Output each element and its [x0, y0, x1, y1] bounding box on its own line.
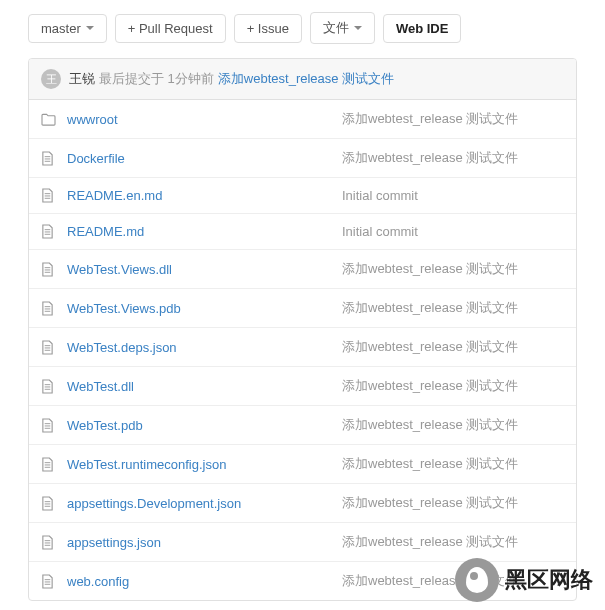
branch-selector[interactable]: master: [28, 14, 107, 43]
file-commit-msg: 添加webtest_release 测试文件: [342, 260, 564, 278]
folder-icon: [41, 113, 57, 126]
webide-button[interactable]: Web IDE: [383, 14, 462, 43]
file-row: README.en.mdInitial commit: [29, 178, 576, 214]
file-icon: [41, 496, 57, 511]
file-commit-msg: 添加webtest_release 测试文件: [342, 494, 564, 512]
file-row: WebTest.dll添加webtest_release 测试文件: [29, 367, 576, 406]
file-name-link[interactable]: WebTest.dll: [67, 379, 342, 394]
toolbar: master + Pull Request + Issue 文件 Web IDE: [0, 0, 605, 58]
commit-header: 王 王锐 最后提交于 1分钟前 添加webtest_release 测试文件: [29, 59, 576, 100]
file-row: Dockerfile添加webtest_release 测试文件: [29, 139, 576, 178]
file-list: wwwroot添加webtest_release 测试文件Dockerfile添…: [29, 100, 576, 600]
commit-author: 王锐: [69, 70, 95, 88]
file-row: appsettings.json添加webtest_release 测试文件: [29, 523, 576, 562]
file-name-link[interactable]: appsettings.Development.json: [67, 496, 342, 511]
file-commit-msg: 添加webtest_release 测试文件: [342, 299, 564, 317]
file-icon: [41, 151, 57, 166]
file-icon: [41, 301, 57, 316]
file-icon: [41, 457, 57, 472]
file-name-link[interactable]: WebTest.Views.dll: [67, 262, 342, 277]
file-icon: [41, 574, 57, 589]
file-commit-msg: Initial commit: [342, 224, 564, 239]
file-row: WebTest.deps.json添加webtest_release 测试文件: [29, 328, 576, 367]
file-commit-msg: 添加webtest_release 测试文件: [342, 455, 564, 473]
file-commit-msg: 添加webtest_release 测试文件: [342, 377, 564, 395]
file-row: appsettings.Development.json添加webtest_re…: [29, 484, 576, 523]
file-commit-msg: 添加webtest_release 测试文件: [342, 338, 564, 356]
avatar: 王: [41, 69, 61, 89]
file-commit-msg: 添加webtest_release 测试文件: [342, 533, 564, 551]
commit-message-link[interactable]: 添加webtest_release 测试文件: [218, 70, 394, 88]
file-icon: [41, 340, 57, 355]
file-row: WebTest.runtimeconfig.json添加webtest_rele…: [29, 445, 576, 484]
file-panel: 王 王锐 最后提交于 1分钟前 添加webtest_release 测试文件 w…: [28, 58, 577, 601]
commit-meta: 最后提交于 1分钟前: [99, 70, 214, 88]
file-icon: [41, 379, 57, 394]
file-commit-msg: Initial commit: [342, 188, 564, 203]
file-name-link[interactable]: README.en.md: [67, 188, 342, 203]
file-row: WebTest.pdb添加webtest_release 测试文件: [29, 406, 576, 445]
file-icon: [41, 224, 57, 239]
chevron-down-icon: [86, 26, 94, 30]
file-icon: [41, 262, 57, 277]
file-name-link[interactable]: WebTest.runtimeconfig.json: [67, 457, 342, 472]
file-commit-msg: 添加webtest_release 测试文件: [342, 110, 564, 128]
chevron-down-icon: [354, 26, 362, 30]
issue-button[interactable]: + Issue: [234, 14, 302, 43]
pull-request-button[interactable]: + Pull Request: [115, 14, 226, 43]
file-name-link[interactable]: WebTest.Views.pdb: [67, 301, 342, 316]
branch-label: master: [41, 21, 81, 36]
files-dropdown[interactable]: 文件: [310, 12, 375, 44]
file-name-link[interactable]: README.md: [67, 224, 342, 239]
file-icon: [41, 535, 57, 550]
file-row: WebTest.Views.dll添加webtest_release 测试文件: [29, 250, 576, 289]
file-name-link[interactable]: Dockerfile: [67, 151, 342, 166]
file-name-link[interactable]: WebTest.pdb: [67, 418, 342, 433]
file-name-link[interactable]: web.config: [67, 574, 342, 589]
file-name-link[interactable]: appsettings.json: [67, 535, 342, 550]
file-icon: [41, 188, 57, 203]
file-commit-msg: 添加webtest_release 测试文件: [342, 149, 564, 167]
file-name-link[interactable]: WebTest.deps.json: [67, 340, 342, 355]
files-label: 文件: [323, 19, 349, 37]
file-row: WebTest.Views.pdb添加webtest_release 测试文件: [29, 289, 576, 328]
file-name-link[interactable]: wwwroot: [67, 112, 342, 127]
file-row: README.mdInitial commit: [29, 214, 576, 250]
file-row: wwwroot添加webtest_release 测试文件: [29, 100, 576, 139]
file-commit-msg: 添加webtest_release 测试文件: [342, 416, 564, 434]
file-row: web.config添加webtest_release 测试文件: [29, 562, 576, 600]
file-icon: [41, 418, 57, 433]
file-commit-msg: 添加webtest_release 测试文件: [342, 572, 564, 590]
